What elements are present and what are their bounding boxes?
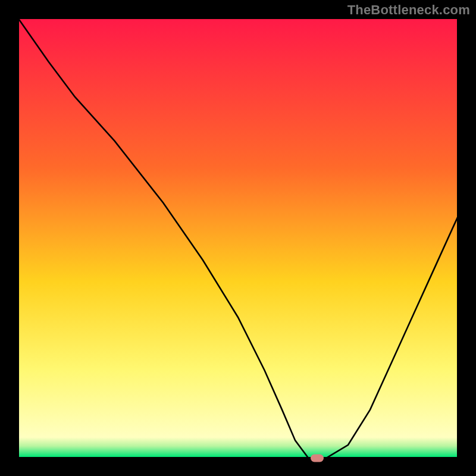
watermark-text: TheBottleneck.com: [347, 2, 470, 18]
curve-path: [18, 18, 458, 458]
bottleneck-curve: [18, 18, 458, 458]
plot-area: [18, 18, 458, 458]
optimal-marker: [311, 455, 324, 462]
chart-stage: TheBottleneck.com: [0, 0, 476, 476]
